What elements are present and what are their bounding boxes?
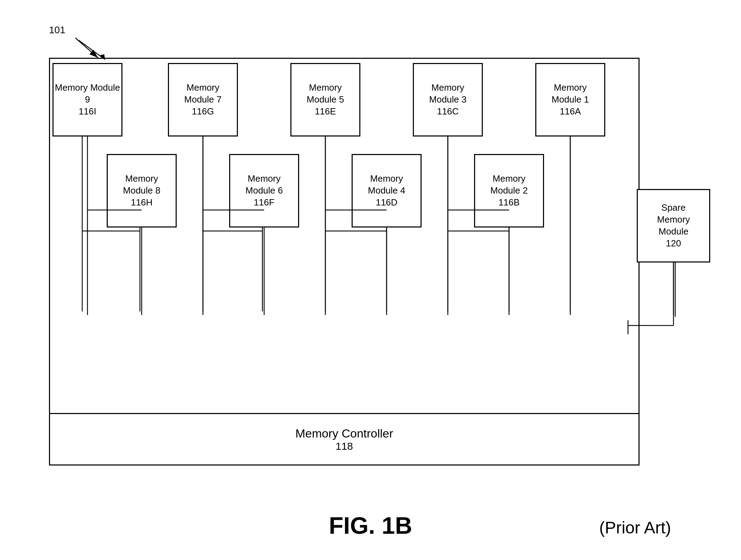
- module-6-id: 116F: [254, 197, 274, 209]
- module-1-name: MemoryModule 1: [552, 82, 589, 106]
- module-3-id: 116C: [437, 106, 459, 118]
- prior-art-label: (Prior Art): [599, 518, 671, 537]
- module-6-box: MemoryModule 6 116F: [229, 154, 299, 227]
- module-7-box: MemoryModule 7 116G: [168, 63, 238, 136]
- svg-line-0: [79, 40, 105, 59]
- module-1-box: MemoryModule 1 116A: [535, 63, 605, 136]
- svg-line-19: [75, 38, 98, 58]
- spare-module-name: SpareMemoryModule: [657, 202, 690, 237]
- controller-name: Memory Controller: [295, 427, 393, 440]
- controller-id: 118: [336, 440, 353, 452]
- module-8-id: 116H: [131, 197, 153, 209]
- spare-module-id: 120: [666, 238, 681, 250]
- module-9-id: 116I: [79, 106, 97, 118]
- module-8-box: MemoryModule 8 116H: [107, 154, 177, 227]
- module-5-box: MemoryModule 5 116E: [290, 63, 360, 136]
- spare-module-box: SpareMemoryModule 120: [637, 189, 710, 262]
- diagram-container: 101: [21, 21, 720, 525]
- module-4-box: MemoryModule 4 116D: [352, 154, 422, 227]
- module-5-name: MemoryModule 5: [307, 82, 344, 106]
- module-4-id: 116D: [376, 197, 397, 209]
- module-6-name: MemoryModule 6: [246, 173, 283, 197]
- module-8-name: MemoryModule 8: [123, 173, 161, 197]
- module-4-name: MemoryModule 4: [368, 173, 405, 197]
- module-3-name: MemoryModule 3: [429, 82, 467, 106]
- controller-box: Memory Controller 118: [49, 413, 640, 465]
- module-2-name: MemoryModule 2: [491, 173, 528, 197]
- module-3-box: MemoryModule 3 116C: [413, 63, 483, 136]
- module-5-id: 116E: [315, 106, 336, 118]
- module-7-name: MemoryModule 7: [184, 82, 222, 106]
- module-9-name: Memory Module 9: [54, 82, 121, 106]
- reference-label: 101: [49, 24, 65, 36]
- module-7-id: 116G: [192, 106, 214, 118]
- module-9-box: Memory Module 9 116I: [52, 63, 122, 136]
- module-1-id: 116A: [560, 106, 581, 118]
- module-2-box: MemoryModule 2 116B: [474, 154, 544, 227]
- figure-label: FIG. 1B: [329, 512, 412, 539]
- module-2-id: 116B: [499, 197, 520, 209]
